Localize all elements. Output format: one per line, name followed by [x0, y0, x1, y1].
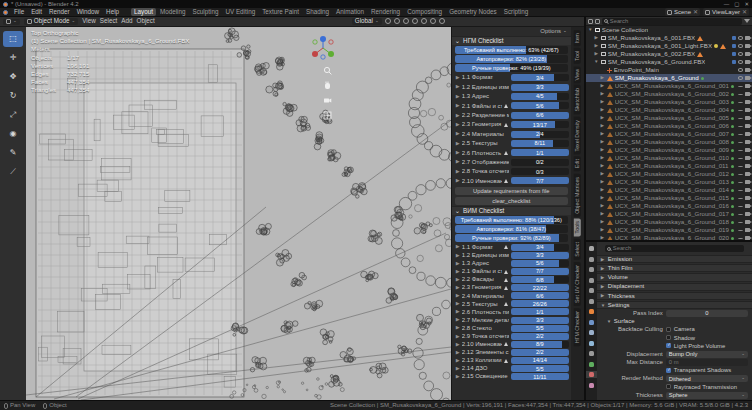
expand-arrow-icon[interactable]: ▶: [456, 253, 460, 259]
expand-arrow-icon[interactable]: ▶: [600, 123, 605, 128]
hidden-viewport-icon[interactable]: [738, 117, 743, 120]
maximize-button[interactable]: ▢: [734, 1, 739, 7]
checklist-item-score[interactable]: 13/17: [511, 121, 569, 128]
disable-render-icon[interactable]: [745, 68, 750, 72]
disable-render-icon[interactable]: [745, 92, 750, 96]
properties-tab-data[interactable]: [586, 361, 597, 368]
properties-search-input[interactable]: Search: [605, 245, 744, 252]
properties-tab-tool[interactable]: [586, 245, 597, 252]
expand-arrow-icon[interactable]: ▶: [456, 113, 460, 119]
menu-help[interactable]: Help: [105, 9, 120, 16]
expand-arrow-icon[interactable]: ▶: [594, 35, 599, 40]
blender-menu-icon[interactable]: [3, 10, 8, 15]
disable-render-icon[interactable]: [745, 52, 750, 56]
workspace-tab-compositing[interactable]: Compositing: [404, 8, 445, 16]
hidden-viewport-icon[interactable]: [738, 189, 743, 192]
render-method-dropdown[interactable]: Dithered⌄: [666, 375, 748, 382]
transform-tool-icon[interactable]: ◉: [3, 126, 23, 142]
outliner-row[interactable]: ▶UCX_SM_Rusakovskaya_6_Ground_010: [586, 154, 752, 162]
checklist-item-score[interactable]: 1/1: [511, 308, 569, 315]
hidden-viewport-icon[interactable]: [738, 181, 743, 184]
expand-arrow-icon[interactable]: ▶: [456, 293, 460, 299]
checklist-item[interactable]: ▶2.3 Геометрия22/22: [452, 284, 571, 292]
checklist-item-score[interactable]: 3/3: [511, 317, 569, 324]
disable-render-icon[interactable]: [745, 236, 750, 240]
hide-viewport-icon[interactable]: [738, 76, 743, 80]
expand-arrow-icon[interactable]: ▶: [456, 141, 460, 147]
outliner-editor-icon[interactable]: [588, 19, 593, 24]
scale-tool-icon[interactable]: ⤢: [3, 107, 23, 123]
checklist-item-score[interactable]: 6/6: [511, 292, 569, 299]
expand-arrow-icon[interactable]: ▶: [600, 75, 605, 80]
light-probe-volume-checkbox[interactable]: [666, 343, 671, 348]
workspace-tab-sculpting[interactable]: Sculpting: [190, 8, 222, 16]
properties-tab-scene[interactable]: [586, 287, 597, 294]
sidebar-tab-select[interactable]: Select: [574, 239, 581, 260]
expand-arrow-icon[interactable]: ▶: [600, 235, 605, 240]
expand-arrow-icon[interactable]: ▶: [456, 277, 460, 283]
hidden-viewport-icon[interactable]: [738, 125, 743, 128]
checklist-item-score[interactable]: 5/5: [511, 365, 569, 372]
sidebar-tab-tools[interactable]: Tools: [574, 218, 581, 236]
properties-tab-viewlayer[interactable]: [586, 277, 597, 284]
expand-arrow-icon[interactable]: ▶: [456, 374, 460, 380]
viewlayer-unlink-icon[interactable]: ✕: [742, 9, 747, 16]
outliner-row[interactable]: ▶UCX_SM_Rusakovskaya_6_Ground_018: [586, 218, 752, 226]
checklist-item-score[interactable]: 0/3: [511, 168, 569, 175]
checklist-item[interactable]: ▶2.13 Коллизии14/14: [452, 357, 571, 365]
checklist-item-score[interactable]: 11/11: [511, 373, 569, 380]
expand-arrow-icon[interactable]: ▶: [456, 261, 460, 267]
hidden-viewport-icon[interactable]: [738, 213, 743, 216]
properties-tab-particles[interactable]: [586, 329, 597, 336]
viewport-canvas[interactable]: Top Orthographic (1) Scene Collection | …: [26, 27, 488, 400]
disable-render-icon[interactable]: [745, 36, 750, 40]
outliner-row[interactable]: ▶UCX_SM_Rusakovskaya_6_Ground_003: [586, 98, 752, 106]
sidebar-tab-view[interactable]: View: [574, 66, 581, 83]
expand-arrow-icon[interactable]: ▶: [456, 84, 460, 90]
checklist-item-score[interactable]: 5/6: [511, 102, 569, 109]
checklist-item-score[interactable]: 7/7: [511, 177, 569, 184]
properties-tab-material[interactable]: [586, 371, 597, 378]
expand-arrow-icon[interactable]: ▶: [600, 155, 605, 160]
checklist-item[interactable]: ▶2.2 Разделение моделей6/6: [452, 111, 571, 120]
hidden-viewport-icon[interactable]: [738, 165, 743, 168]
pass-index-field[interactable]: 0: [666, 310, 748, 317]
expand-arrow-icon[interactable]: ▶: [456, 169, 460, 175]
expand-arrow-icon[interactable]: ▶: [600, 139, 605, 144]
disable-render-icon[interactable]: [745, 172, 750, 176]
outliner-row[interactable]: ▶SM_Rusakovskaya_6_002.FBX: [586, 50, 752, 58]
measure-tool-icon[interactable]: ⟋: [3, 164, 23, 180]
expand-arrow-icon[interactable]: ▶: [600, 179, 605, 184]
properties-tab-output[interactable]: [586, 266, 597, 273]
disable-render-icon[interactable]: [745, 76, 750, 80]
properties-tab-object[interactable]: [586, 308, 597, 315]
disable-render-icon[interactable]: [745, 204, 750, 208]
outliner-row[interactable]: ▼Scene Collection: [586, 26, 752, 34]
shading-solid-icon[interactable]: [439, 18, 445, 24]
progress-bar[interactable]: Автопроверки: 82% (23/28): [455, 55, 568, 63]
checklist-item-score[interactable]: 0/2: [511, 159, 569, 166]
properties-tab-texture[interactable]: [586, 382, 597, 389]
progress-bar[interactable]: Ручные проверки: 92% (82/89): [455, 234, 568, 242]
properties-tab-world[interactable]: [586, 298, 597, 305]
outliner-row[interactable]: ▶UCX_SM_Rusakovskaya_6_Ground_013: [586, 178, 752, 186]
checklist-item[interactable]: ▶1.1 Формат3/4: [452, 73, 571, 82]
outliner-row[interactable]: ▶UCX_SM_Rusakovskaya_6_Ground_004: [586, 106, 752, 114]
navigation-gizmo[interactable]: [310, 35, 336, 61]
hidden-viewport-icon[interactable]: [738, 85, 743, 88]
outliner-row[interactable]: ▶UCX_SM_Rusakovskaya_6_Ground_001: [586, 82, 752, 90]
sidebar-tab-sketchfab[interactable]: Sketchfab: [574, 85, 581, 115]
checklist-item-score[interactable]: 8/11: [511, 140, 569, 147]
expand-arrow-icon[interactable]: ▶: [600, 195, 605, 200]
outliner-display-mode-icon[interactable]: [595, 19, 600, 24]
disable-render-icon[interactable]: [745, 100, 750, 104]
properties-subsection-surface[interactable]: ▼Surface: [597, 317, 752, 325]
checklist-item-score[interactable]: 4/5: [511, 93, 569, 100]
expand-arrow-icon[interactable]: ▶: [456, 366, 460, 372]
progress-bar[interactable]: Требований выполнено: 63% (42/67): [455, 46, 568, 54]
menu-window[interactable]: Window: [76, 9, 100, 16]
expand-arrow-icon[interactable]: ▶: [456, 334, 460, 340]
menu-file[interactable]: File: [13, 9, 25, 16]
expand-arrow-icon[interactable]: ▶: [456, 342, 460, 348]
disable-render-icon[interactable]: [745, 188, 750, 192]
